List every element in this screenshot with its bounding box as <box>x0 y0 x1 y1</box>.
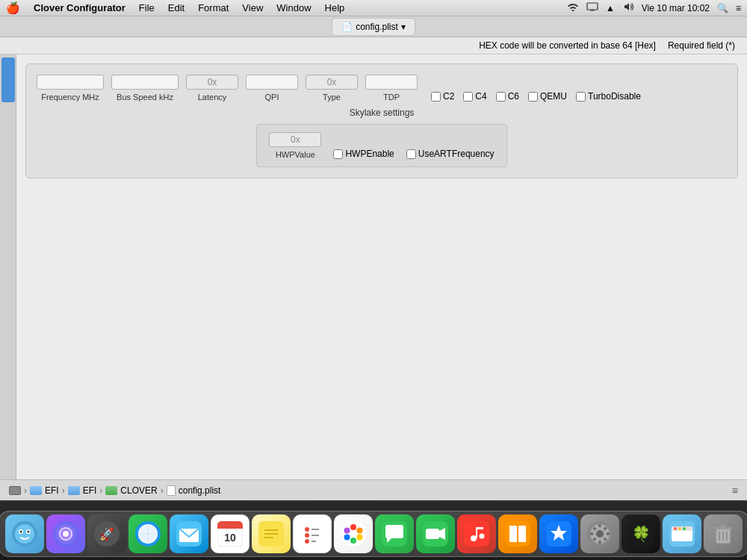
hex-code-text: HEX code will be converted in base 64 [H… <box>479 40 656 51</box>
statusbar: › EFI › EFI › CLOVER › config.plist ≡ <box>0 479 747 500</box>
efi-folder-icon-1 <box>30 486 42 495</box>
breadcrumb-sep-1: › <box>62 485 65 496</box>
hamburger-icon[interactable]: ≡ <box>732 485 738 497</box>
menubar-right: ▲ Vie 10 mar 10:02 🔍 ≡ <box>567 2 741 14</box>
window-body: HEX code will be converted in base 64 [H… <box>0 37 747 479</box>
dock-item-safari[interactable] <box>128 514 167 553</box>
svg-point-42 <box>344 535 350 541</box>
app-menu-clover[interactable]: Clover Configurator <box>28 1 131 15</box>
turbo-disable-checkbox-group[interactable]: TurboDisable <box>576 91 641 102</box>
apple-menu[interactable]: 🍎 <box>6 1 20 15</box>
qpi-group: QPI <box>246 75 298 102</box>
volume-icon <box>622 2 634 13</box>
dock-item-system-preferences[interactable] <box>580 514 619 553</box>
dock-container: 🚀 10 <box>0 500 747 560</box>
c6-label: C6 <box>508 91 519 102</box>
qemu-checkbox[interactable] <box>528 92 538 102</box>
dock-item-siri[interactable] <box>46 514 85 553</box>
skylake-section: Skylake settings HWPValue HWPEnable <box>37 108 727 167</box>
wifi-icon <box>567 2 579 13</box>
turbo-disable-label: TurboDisable <box>588 91 641 102</box>
svg-point-41 <box>350 538 356 544</box>
hwp-enable-checkbox[interactable] <box>333 149 343 159</box>
hwp-enable-label: HWPEnable <box>345 149 394 159</box>
dock-item-clover[interactable]: 🍀 <box>622 514 660 553</box>
type-group: Type <box>306 75 358 102</box>
use-art-freq-label: UseARTFrequency <box>418 149 495 159</box>
menu-help[interactable]: Help <box>319 1 351 15</box>
svg-point-60 <box>596 530 604 538</box>
qemu-checkbox-group[interactable]: QEMU <box>528 91 567 102</box>
dock-item-finder[interactable] <box>5 514 44 553</box>
dock-item-notes[interactable] <box>252 514 291 553</box>
dock-item-music[interactable] <box>457 514 496 553</box>
svg-line-65 <box>593 528 595 530</box>
sidebar <box>0 55 16 479</box>
menu-file[interactable]: File <box>133 1 161 15</box>
menu-view[interactable]: View <box>236 1 269 15</box>
tdp-input[interactable] <box>365 75 418 90</box>
svg-text:🍀: 🍀 <box>631 525 650 543</box>
dock-item-finder-window[interactable] <box>663 514 701 553</box>
c6-checkbox-group[interactable]: C6 <box>496 91 519 102</box>
config-plist-tab[interactable]: 📄 config.plist ▾ <box>332 18 415 36</box>
c2-checkbox[interactable] <box>431 92 441 102</box>
dock-item-reminders[interactable] <box>293 514 332 553</box>
c2-checkbox-group[interactable]: C2 <box>431 91 454 102</box>
svg-point-49 <box>471 535 477 541</box>
content-area: Frequency MHz Bus Speed kHz Latency <box>0 55 747 479</box>
bus-speed-input[interactable] <box>111 75 179 90</box>
svg-line-68 <box>593 538 595 541</box>
svg-rect-30 <box>300 521 325 547</box>
svg-point-33 <box>305 539 309 544</box>
use-art-freq-checkbox-group[interactable]: UseARTFrequency <box>406 149 495 159</box>
hwp-value-input[interactable] <box>269 132 321 147</box>
menu-edit[interactable]: Edit <box>162 1 190 15</box>
menu-format[interactable]: Format <box>192 1 235 15</box>
frequency-mhz-input[interactable] <box>37 75 104 90</box>
latency-label: Latency <box>198 93 227 102</box>
c2-label: C2 <box>443 91 454 102</box>
svg-point-32 <box>305 533 309 538</box>
tab-dropdown-icon[interactable]: ▾ <box>401 22 406 32</box>
dock-item-mail[interactable] <box>170 514 208 553</box>
svg-point-74 <box>674 527 677 530</box>
dock-item-facetime[interactable] <box>416 514 455 553</box>
c4-checkbox-group[interactable]: C4 <box>463 91 486 102</box>
dock-item-trash[interactable] <box>704 514 743 553</box>
c4-checkbox[interactable] <box>463 92 473 102</box>
type-input[interactable] <box>306 75 358 90</box>
menu-window[interactable]: Window <box>270 1 317 15</box>
svg-point-6 <box>27 531 29 533</box>
hwp-value-label: HWPValue <box>276 150 315 159</box>
hwp-enable-checkbox-group[interactable]: HWPEnable <box>333 149 394 159</box>
list-menubar-icon[interactable]: ≡ <box>736 3 741 13</box>
config-file-icon <box>167 485 176 496</box>
required-field-text: Required field (*) <box>668 40 735 51</box>
hwp-value-group: HWPValue <box>269 132 321 159</box>
svg-rect-55 <box>518 526 526 542</box>
dock-item-appstore[interactable] <box>539 514 578 553</box>
c6-checkbox[interactable] <box>496 92 506 102</box>
dock-item-calendar[interactable]: 10 <box>211 514 249 553</box>
svg-rect-54 <box>509 526 517 542</box>
svg-point-2 <box>15 524 34 544</box>
svg-point-75 <box>678 527 681 530</box>
latency-input[interactable] <box>186 75 238 90</box>
dock: 🚀 10 <box>0 511 747 557</box>
dock-item-messages[interactable] <box>375 514 414 553</box>
dock-item-photos[interactable] <box>334 514 373 553</box>
sidebar-active-tab[interactable] <box>1 57 15 102</box>
dock-item-launchpad[interactable]: 🚀 <box>87 514 126 553</box>
qpi-input[interactable] <box>246 75 298 90</box>
search-menubar-icon[interactable]: 🔍 <box>717 3 728 13</box>
display-icon <box>586 2 598 14</box>
use-art-freq-checkbox[interactable] <box>406 149 416 159</box>
dock-item-books[interactable] <box>498 514 537 553</box>
svg-point-43 <box>344 528 350 534</box>
main-content: Frequency MHz Bus Speed kHz Latency <box>16 55 747 479</box>
efi-folder-icon-2 <box>68 486 80 495</box>
tabbar: 📄 config.plist ▾ <box>0 16 747 37</box>
turbo-disable-checkbox[interactable] <box>576 92 586 102</box>
file-tab-name: config.plist <box>356 22 398 32</box>
